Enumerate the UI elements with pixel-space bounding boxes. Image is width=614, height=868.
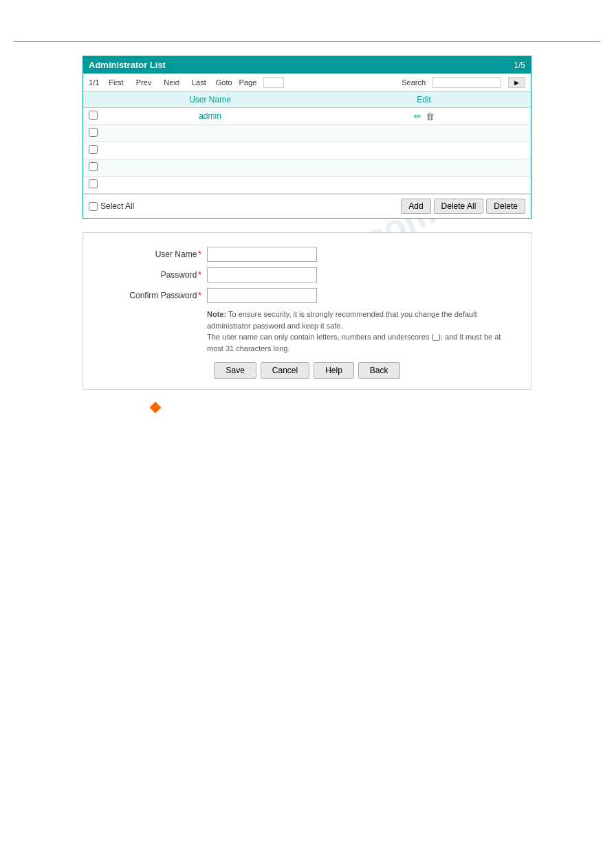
note-prefix: Note: — [207, 310, 226, 318]
admin-list-header: Administrator List 1/5 — [83, 56, 531, 74]
password-input[interactable] — [207, 267, 317, 282]
table-row — [83, 159, 531, 177]
form-actions: Save Cancel Help Back — [97, 362, 517, 379]
row-checkbox[interactable] — [89, 162, 98, 171]
delete-all-button[interactable]: Delete All — [434, 199, 484, 214]
edit-cell — [317, 125, 531, 142]
page-input[interactable] — [263, 77, 284, 88]
row-checkbox[interactable] — [89, 111, 98, 120]
confirm-password-label: Confirm Password* — [97, 291, 207, 300]
page-label: Page — [239, 78, 257, 87]
note-text2: The user name can only contain letters, … — [207, 333, 501, 353]
table-row — [83, 142, 531, 159]
username-row: User Name* — [97, 247, 517, 262]
row-checkbox[interactable] — [89, 179, 98, 188]
confirm-password-row: Confirm Password* — [97, 288, 517, 303]
footer-buttons: Add Delete All Delete — [401, 199, 525, 214]
admin-list-panel: Administrator List 1/5 1/1 First Prev Ne… — [83, 56, 531, 219]
col-username-header: User Name — [103, 92, 317, 108]
username-required: * — [198, 249, 201, 259]
search-label: Search — [402, 78, 426, 87]
row-checkbox-cell — [83, 142, 103, 159]
confirm-password-required: * — [198, 291, 201, 300]
form-panel: User Name* Password* Confirm Password* N… — [83, 232, 531, 390]
password-row: Password* — [97, 267, 517, 282]
note-area: Note: To ensure security, it is strongly… — [207, 309, 517, 354]
admin-nav-bar: 1/1 First Prev Next Last Goto Page Searc… — [83, 74, 531, 92]
select-all-label: Select All — [100, 201, 134, 211]
row-checkbox[interactable] — [89, 128, 98, 137]
edit-cell — [317, 177, 531, 194]
row-checkbox-cell — [83, 125, 103, 142]
current-page-label: 1/1 — [89, 78, 99, 87]
col-checkbox-header — [83, 92, 103, 108]
select-all-checkbox[interactable] — [89, 202, 98, 211]
delete-button[interactable]: Delete — [486, 199, 525, 214]
username-cell — [103, 125, 317, 142]
username-cell: admin — [103, 108, 317, 125]
search-input[interactable] — [432, 77, 501, 88]
row-checkbox-cell — [83, 159, 103, 177]
row-checkbox-cell — [83, 108, 103, 125]
edit-trash-icon[interactable]: 🗑 — [426, 111, 435, 122]
page-indicator: 1/5 — [514, 60, 525, 70]
username-cell — [103, 159, 317, 177]
username-cell — [103, 177, 317, 194]
row-checkbox[interactable] — [89, 145, 98, 154]
save-button[interactable]: Save — [214, 362, 256, 379]
row-checkbox-cell — [83, 177, 103, 194]
password-label: Password* — [97, 270, 207, 280]
col-edit-header: Edit — [317, 92, 531, 108]
admin-table: User Name Edit admin ✏ � — [83, 92, 531, 194]
admin-footer: Select All Add Delete All Delete — [83, 194, 531, 218]
password-required: * — [198, 270, 201, 280]
add-button[interactable]: Add — [401, 199, 430, 214]
edit-cell: ✏ 🗑 — [317, 108, 531, 125]
username-cell — [103, 142, 317, 159]
confirm-password-input[interactable] — [207, 288, 317, 303]
bottom-icon-area — [151, 403, 531, 414]
table-row: admin ✏ 🗑 — [83, 108, 531, 125]
help-button[interactable]: Help — [314, 362, 354, 379]
admin-list-title: Administrator List — [89, 60, 166, 70]
select-all-area: Select All — [89, 201, 134, 211]
back-button[interactable]: Back — [358, 362, 400, 379]
cancel-button[interactable]: Cancel — [261, 362, 309, 379]
note-text1: To ensure security, it is strongly recom… — [207, 310, 477, 330]
table-row — [83, 125, 531, 142]
username-input[interactable] — [207, 247, 317, 262]
edit-cell — [317, 142, 531, 159]
next-button[interactable]: Next — [161, 78, 182, 87]
table-row — [83, 177, 531, 194]
username-label: User Name* — [97, 249, 207, 259]
edit-pencil-icon[interactable]: ✏ — [414, 111, 421, 122]
first-button[interactable]: First — [106, 78, 126, 87]
last-button[interactable]: Last — [189, 78, 209, 87]
edit-cell — [317, 159, 531, 177]
goto-label: Goto — [216, 78, 232, 87]
diamond-icon — [150, 402, 162, 414]
search-button[interactable]: ► — [508, 77, 525, 88]
prev-button[interactable]: Prev — [133, 78, 155, 87]
